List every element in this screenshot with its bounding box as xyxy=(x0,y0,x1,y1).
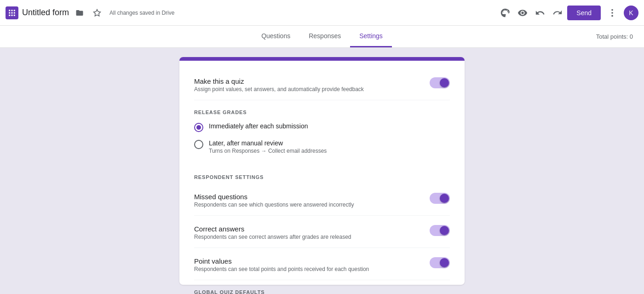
point-values-label: Point values xyxy=(194,257,422,265)
correct-answers-desc: Respondents can see correct answers afte… xyxy=(194,234,422,240)
form-title: Untitled form xyxy=(22,8,69,17)
topbar-left: Untitled form All changes saved in Drive xyxy=(6,6,497,20)
svg-rect-6 xyxy=(9,14,10,16)
make-quiz-row: Make this a quiz Assign point values, se… xyxy=(194,68,450,100)
tab-settings[interactable]: Settings xyxy=(350,26,392,47)
card-accent-bar xyxy=(179,57,465,61)
correct-answers-label: Correct answers xyxy=(194,225,422,233)
tab-responses[interactable]: Responses xyxy=(299,26,350,47)
undo-icon[interactable] xyxy=(532,5,548,21)
svg-rect-8 xyxy=(14,14,15,16)
later-label: Later, after manual review xyxy=(209,139,327,147)
svg-rect-0 xyxy=(9,10,10,11)
topbar-right: Send K xyxy=(497,5,638,21)
svg-marker-9 xyxy=(94,9,101,16)
send-button[interactable]: Send xyxy=(567,6,601,20)
svg-point-11 xyxy=(611,12,613,14)
correct-answers-row: Correct answers Respondents can see corr… xyxy=(194,216,450,248)
later-label-wrap: Later, after manual review Turns on Resp… xyxy=(209,139,327,154)
star-icon[interactable] xyxy=(90,6,104,20)
palette-icon[interactable] xyxy=(497,5,513,21)
tab-questions[interactable]: Questions xyxy=(252,26,299,47)
preview-icon[interactable] xyxy=(515,5,530,21)
immediately-label-wrap: Immediately after each submission xyxy=(209,122,308,130)
settings-card: Make this a quiz Assign point values, se… xyxy=(179,57,465,285)
point-values-row: Point values Respondents can see total p… xyxy=(194,248,450,280)
missed-questions-text: Missed questions Respondents can see whi… xyxy=(194,193,422,208)
topbar: Untitled form All changes saved in Drive xyxy=(0,0,644,26)
tabs-center: Questions Responses Settings xyxy=(252,26,392,47)
svg-rect-2 xyxy=(14,10,15,11)
main-content: Make this a quiz Assign point values, se… xyxy=(0,48,644,294)
make-quiz-toggle-thumb xyxy=(440,78,449,87)
make-quiz-label: Make this a quiz xyxy=(194,77,422,85)
missed-toggle-thumb xyxy=(440,194,449,203)
later-radio[interactable] xyxy=(194,140,203,149)
correct-answers-text: Correct answers Respondents can see corr… xyxy=(194,225,422,240)
apps-icon[interactable] xyxy=(6,6,18,19)
correct-answers-toggle[interactable] xyxy=(430,225,450,236)
correct-toggle-thumb xyxy=(440,226,449,235)
point-values-desc: Respondents can see total points and poi… xyxy=(194,266,422,272)
make-quiz-toggle[interactable] xyxy=(430,77,450,88)
quiz-section: Make this a quiz Assign point values, se… xyxy=(179,61,465,294)
svg-point-12 xyxy=(611,15,613,17)
svg-rect-3 xyxy=(9,12,10,13)
immediately-radio-inner xyxy=(196,125,201,130)
missed-questions-desc: Respondents can see which questions were… xyxy=(194,202,422,208)
more-options-icon[interactable] xyxy=(604,5,620,21)
immediately-radio[interactable] xyxy=(194,123,203,132)
missed-questions-toggle[interactable] xyxy=(430,193,450,204)
make-quiz-text: Make this a quiz Assign point values, se… xyxy=(194,77,422,92)
svg-rect-1 xyxy=(12,10,13,11)
respondent-settings-header: RESPONDENT SETTINGS xyxy=(194,165,450,184)
svg-rect-7 xyxy=(12,14,13,16)
later-option[interactable]: Later, after manual review Turns on Resp… xyxy=(194,139,450,154)
svg-rect-4 xyxy=(12,12,13,13)
immediately-option[interactable]: Immediately after each submission xyxy=(194,122,450,132)
total-points: Total points: 0 xyxy=(596,33,633,40)
save-status: All changes saved in Drive xyxy=(109,10,174,16)
tabs-bar: Questions Responses Settings Total point… xyxy=(0,26,644,48)
point-values-text: Point values Respondents can see total p… xyxy=(194,257,422,272)
make-quiz-desc: Assign point values, set answers, and au… xyxy=(194,86,422,92)
missed-questions-label: Missed questions xyxy=(194,193,422,201)
svg-point-10 xyxy=(611,9,613,11)
missed-questions-row: Missed questions Respondents can see whi… xyxy=(194,184,450,216)
release-grades-header: RELEASE GRADES xyxy=(194,100,450,119)
svg-rect-5 xyxy=(14,12,15,13)
point-values-toggle-thumb xyxy=(440,258,449,267)
immediately-label: Immediately after each submission xyxy=(209,122,308,130)
avatar[interactable]: K xyxy=(624,6,638,20)
point-values-toggle[interactable] xyxy=(430,257,450,268)
later-sublabel: Turns on Responses → Collect email addre… xyxy=(209,148,327,154)
global-defaults-header: GLOBAL QUIZ DEFAULTS xyxy=(194,280,450,294)
redo-icon[interactable] xyxy=(550,5,565,21)
release-grades-group: Immediately after each submission Later,… xyxy=(194,119,450,165)
folder-icon[interactable] xyxy=(73,6,86,20)
